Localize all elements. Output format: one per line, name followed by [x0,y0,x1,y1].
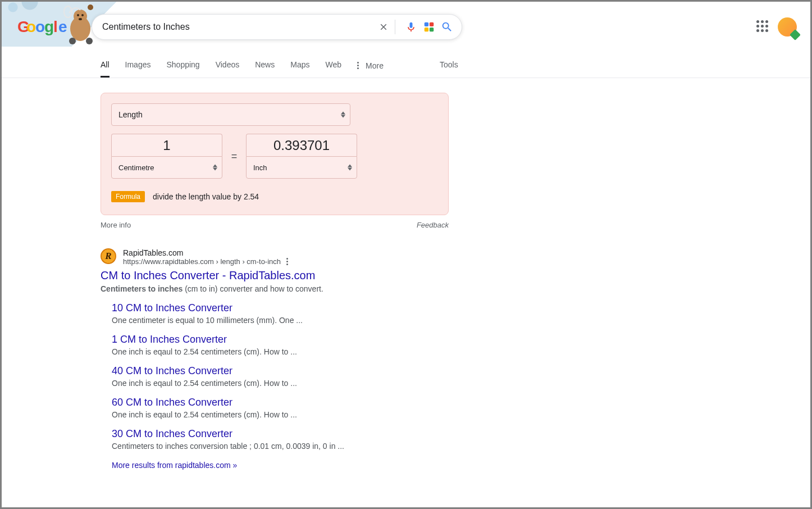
result-snippet: Centimeters to inches (cm to in) convert… [101,284,460,293]
search-icon[interactable] [440,20,454,34]
svg-text:o: o [26,18,36,35]
search-bar [92,14,462,40]
site-favicon: R [101,248,116,264]
sitelink: 30 CM to Inches ConverterCentimeters to … [112,428,460,451]
equals-sign: = [230,151,238,162]
svg-text:g: g [44,18,54,35]
search-tabs: AllImagesShoppingVideosNewsMapsWeb More … [2,54,810,78]
separator [395,20,395,34]
category-label: Length [118,110,143,119]
sitelink-snippet: One inch is eqaul to 2.54 centimeters (c… [112,379,460,388]
site-url: https://www.rapidtables.com › length › c… [123,257,281,266]
google-apps-icon[interactable] [756,20,770,34]
sitelink: 1 CM to Inches ConverterOne inch is eqau… [112,334,460,356]
svg-rect-15 [425,22,428,26]
svg-rect-16 [430,22,434,26]
svg-text:l: l [53,18,58,35]
chevron-updown-icon [213,165,217,171]
tab-maps[interactable]: Maps [290,54,309,78]
sitelink: 40 CM to Inches ConverterOne inch is eqa… [112,365,460,388]
feedback-link[interactable]: Feedback [417,221,449,229]
sitelink-snippet: One centimeter is equal to 10 millimeter… [112,316,460,325]
result-title-link[interactable]: CM to Inches Converter - RapidTables.com [101,269,460,282]
svg-text:e: e [58,18,67,35]
image-search-icon[interactable] [422,20,436,34]
sitelink-title[interactable]: 1 CM to Inches Converter [112,334,460,346]
more-results-link[interactable]: More results from rapidtables.com » [112,461,460,470]
account-avatar[interactable] [778,17,797,37]
google-logo[interactable]: Google [17,17,69,37]
to-unit-select[interactable]: Inch [246,156,357,179]
voice-search-icon[interactable] [404,20,418,34]
from-unit-label: Centimetre [118,163,154,172]
clear-icon[interactable] [377,20,390,34]
from-value-input[interactable] [111,134,222,156]
more-info-link[interactable]: More info [101,221,131,229]
tab-videos[interactable]: Videos [216,54,240,78]
site-name: RapidTables.com [123,248,288,257]
to-unit-label: Inch [253,163,267,172]
sitelink: 10 CM to Inches ConverterOne centimeter … [112,302,460,325]
sitelink-snippet: Centimeters to inches conversion table ;… [112,442,460,451]
sitelink-title[interactable]: 30 CM to Inches Converter [112,428,460,440]
search-result: R RapidTables.com https://www.rapidtable… [101,248,460,470]
svg-rect-17 [425,28,428,31]
chevron-updown-icon [341,112,345,118]
sitelink-title[interactable]: 60 CM to Inches Converter [112,397,460,408]
tools-button[interactable]: Tools [440,60,458,69]
header: Google [2,2,810,40]
tab-more[interactable]: More [357,56,384,77]
category-select[interactable]: Length [111,103,350,126]
search-input[interactable] [100,22,372,32]
tab-images[interactable]: Images [125,54,151,78]
sitelink: 60 CM to Inches ConverterOne inch is eqa… [112,397,460,419]
svg-text:o: o [35,18,45,35]
sitelink-snippet: One inch is eqaul to 2.54 centimeters (c… [112,410,460,419]
unit-converter: Length Centimetre = Inch [101,93,449,215]
tab-news[interactable]: News [255,54,275,78]
sitelink-title[interactable]: 40 CM to Inches Converter [112,365,460,377]
sitelink-title[interactable]: 10 CM to Inches Converter [112,302,460,314]
sitelink-snippet: One inch is eqaul to 2.54 centimeters (c… [112,347,460,356]
tab-all[interactable]: All [101,54,110,78]
to-value-input[interactable] [246,134,357,156]
svg-rect-18 [430,28,434,31]
chevron-updown-icon [348,165,352,171]
formula-badge: Formula [111,191,145,202]
tab-shopping[interactable]: Shopping [166,54,199,78]
formula-text: divide the length value by 2.54 [153,192,259,201]
result-menu-icon[interactable] [286,258,288,265]
tab-web[interactable]: Web [325,54,341,78]
from-unit-select[interactable]: Centimetre [111,156,222,179]
